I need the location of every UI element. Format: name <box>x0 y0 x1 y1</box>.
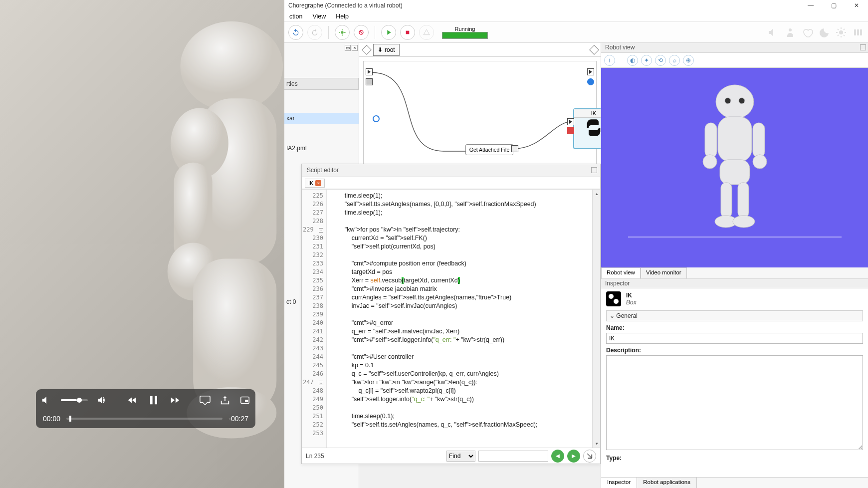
find-prev-button[interactable]: ◄ <box>551 450 564 463</box>
script-status-bar: Ln 235 Find ◄ ► <box>302 448 600 464</box>
svg-rect-26 <box>721 183 732 218</box>
wake-icon[interactable] <box>835 26 847 38</box>
inspector-body: IK Box General Name: Description: Type: <box>601 288 868 477</box>
video-time-remaining: -00:27 <box>228 415 248 423</box>
flow-port[interactable] <box>587 78 594 85</box>
svg-point-18 <box>725 98 731 104</box>
redo-button[interactable] <box>307 25 322 40</box>
rv-tool-icon[interactable]: ✦ <box>641 55 652 66</box>
share-icon[interactable] <box>219 395 230 406</box>
inspector-box-type: Box <box>626 299 637 306</box>
code-editor[interactable]: time.sleep(1); "self">self.tts.setAngles… <box>327 190 600 448</box>
panel-undock-button[interactable] <box>860 44 866 50</box>
disconnect-button[interactable] <box>354 25 369 40</box>
inspector-name-input[interactable] <box>606 333 863 344</box>
script-tab[interactable]: IK× <box>305 179 325 188</box>
pause-icon[interactable] <box>147 393 161 407</box>
tab-inspector[interactable]: Inspector <box>601 478 637 488</box>
cursor-line-indicator: Ln 235 <box>306 453 324 460</box>
rv-tool-icon[interactable]: ⌕ <box>669 55 680 66</box>
flow-port[interactable] <box>511 145 518 152</box>
video-seek-bar[interactable] <box>66 418 222 420</box>
menu-bar: ction View Help <box>284 11 868 22</box>
rv-tool-icon[interactable]: ◐ <box>627 55 638 66</box>
flow-port[interactable] <box>366 78 373 85</box>
robot-view-panel: Robot view i ◐ ✦ ⟲ ⌕ ⊕ Robot view <box>601 43 868 488</box>
menu-item[interactable]: View <box>308 12 330 21</box>
flow-node-get-attached-file[interactable]: Get Attached File <box>465 144 513 155</box>
tab-robot-applications[interactable]: Robot applications <box>637 478 697 488</box>
settings-icon[interactable] <box>852 26 864 38</box>
play-button[interactable] <box>381 25 396 40</box>
inspector-desc-input[interactable] <box>606 355 863 450</box>
window-minimize-button[interactable]: — <box>799 0 822 11</box>
robot-view-header: Robot view <box>601 43 868 53</box>
life-icon[interactable] <box>801 26 813 38</box>
rewind-icon[interactable] <box>127 395 138 406</box>
info-icon[interactable]: i <box>604 55 615 66</box>
svg-rect-11 <box>406 30 410 34</box>
menu-item[interactable]: Help <box>332 12 353 21</box>
find-input[interactable] <box>478 451 548 462</box>
fast-forward-icon[interactable] <box>170 395 181 406</box>
inspector-tabs: Inspector Robot applications <box>601 477 868 488</box>
properties-button[interactable]: rties <box>284 78 359 90</box>
script-editor-panel: Script editor IK× 225 226 227 228 229 - … <box>301 164 601 464</box>
find-next-button[interactable]: ► <box>567 450 580 463</box>
project-item[interactable]: IA2.pml <box>284 143 359 154</box>
svg-rect-22 <box>753 123 765 158</box>
inspector-type-label: Type: <box>606 455 863 462</box>
stop-button[interactable] <box>400 25 415 40</box>
panel-undock-button[interactable] <box>591 167 597 173</box>
project-item[interactable]: xar <box>284 113 359 124</box>
svg-rect-20 <box>718 117 752 162</box>
camera-feed: 00:00 -00:27 <box>0 0 284 488</box>
svg-rect-16 <box>860 29 862 35</box>
window-maximize-button[interactable]: ▢ <box>822 0 845 11</box>
breadcrumb-end-icon[interactable] <box>589 45 599 55</box>
stiffness-icon[interactable] <box>784 26 796 38</box>
breadcrumb-start-icon[interactable] <box>362 45 372 55</box>
inspector-section-general[interactable]: General <box>606 310 863 321</box>
connect-button[interactable] <box>335 25 350 40</box>
find-settings-button[interactable] <box>583 450 596 463</box>
flow-port[interactable] <box>567 127 574 134</box>
flow-port[interactable] <box>567 118 574 125</box>
debug-button[interactable] <box>419 25 434 40</box>
svg-point-23 <box>703 155 717 169</box>
undo-button[interactable] <box>288 25 303 40</box>
breadcrumb-root[interactable]: ⬇root <box>373 44 400 56</box>
box-python-icon <box>606 291 621 306</box>
panel-undock-button[interactable]: ▭ <box>345 45 351 51</box>
flow-port[interactable] <box>373 115 380 122</box>
svg-rect-27 <box>738 183 749 218</box>
panel-close-button[interactable]: × <box>352 45 358 51</box>
robot-view-tabs: Robot view Video monitor <box>601 267 868 278</box>
menu-item[interactable]: ction <box>285 12 306 21</box>
window-close-button[interactable]: ✕ <box>845 0 868 11</box>
pip-icon[interactable] <box>239 395 250 406</box>
tab-video-monitor[interactable]: Video monitor <box>641 267 687 278</box>
svg-point-29 <box>733 216 755 228</box>
robot-3d-viewport[interactable] <box>601 68 868 267</box>
volume-low-icon[interactable] <box>41 395 52 406</box>
floor-grid-line <box>628 237 842 238</box>
airplay-icon[interactable] <box>200 395 211 406</box>
flow-onstart-port[interactable] <box>366 68 373 75</box>
rest-icon[interactable] <box>818 26 830 38</box>
run-status: Running <box>442 26 488 39</box>
rv-tool-icon[interactable]: ⊕ <box>683 55 694 66</box>
find-mode-select[interactable]: Find <box>446 451 475 462</box>
volume-slider[interactable] <box>61 399 88 401</box>
close-tab-icon[interactable]: × <box>315 180 321 186</box>
inspector-name-label: Name: <box>606 324 863 331</box>
flow-onstopped-port[interactable] <box>587 68 594 75</box>
virtual-robot-icon <box>685 80 785 240</box>
tab-robot-view[interactable]: Robot view <box>601 267 641 278</box>
volume-icon[interactable] <box>767 26 779 38</box>
svg-rect-15 <box>857 29 859 35</box>
volume-high-icon[interactable] <box>97 395 108 406</box>
rv-tool-icon[interactable]: ⟲ <box>655 55 666 66</box>
svg-point-19 <box>739 98 745 104</box>
scrollbar-vertical[interactable]: ▴▾ <box>592 190 600 448</box>
